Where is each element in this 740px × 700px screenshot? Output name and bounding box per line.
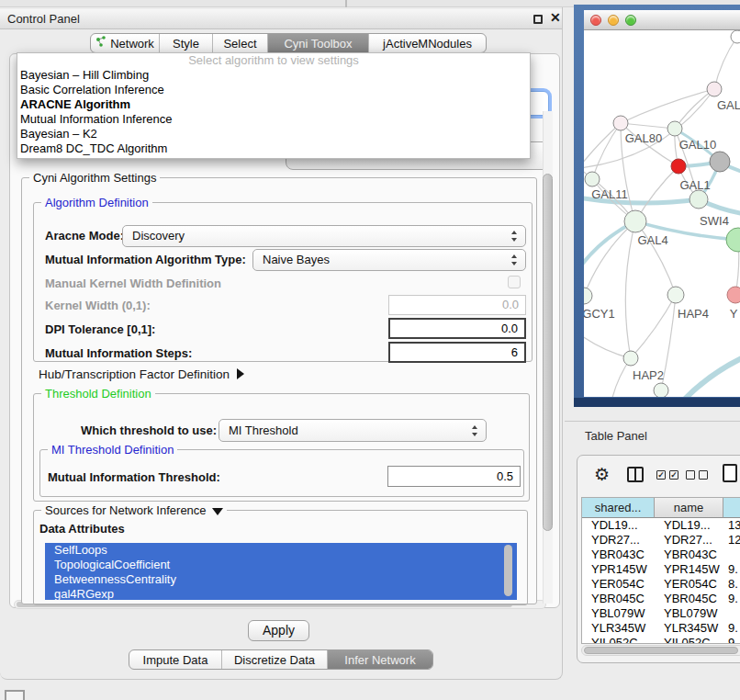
threshold-definition-group: Threshold Definition Which threshold to … [33,393,530,502]
mi-steps-field[interactable]: 6 [388,342,526,363]
table-hscrollbar-thumb[interactable] [584,647,738,654]
zoom-light-icon[interactable] [625,15,636,26]
table-hscrollbar-track[interactable] [581,645,740,656]
network-node-node-gray[interactable] [710,152,730,172]
sources-title-text: Sources for Network Inference [45,503,207,517]
algorithm-option[interactable]: Bayesian – K2 [17,127,530,141]
table-row[interactable]: YDL19...YDL19...13 [582,518,740,533]
table-cell: YDL19... [655,518,723,533]
network-node-node-salmon[interactable] [727,287,740,303]
network-edge[interactable] [584,333,631,358]
tab-select[interactable]: Select [212,34,267,52]
mi-threshold-field[interactable]: 0.5 [387,466,521,487]
float-window-icon[interactable] [533,15,543,24]
attribute-list-scrollbar[interactable] [504,545,512,596]
algorithm-option[interactable]: Mutual Information Inference [17,112,530,127]
algorithm-option[interactable]: Bayesian – Hill Climbing [17,68,530,83]
document-icon[interactable] [723,464,737,482]
algorithm-option[interactable]: ARACNE Algorithm [17,97,530,112]
table-row[interactable]: YBR043CYBR043C [582,548,740,562]
attribute-item[interactable]: gal4RGexp [45,587,517,600]
hub-section-toggle[interactable]: Hub/Transcription Factor Definition [39,367,244,381]
tab-jactivemnodules[interactable]: jActiveMNodules [368,34,486,52]
mi-threshold-group: MI Threshold Definition Mutual Informati… [39,449,524,497]
column-header[interactable]: shared... [582,498,655,518]
network-canvas[interactable]: GAL2GAL80GAL10GAL1GAL11SWI4GAL4GCY1HAP4Y… [584,30,740,397]
network-edge[interactable] [621,123,675,129]
close-light-icon[interactable] [590,15,601,26]
vertical-scrollbar-thumb[interactable] [543,174,553,531]
tab-style[interactable]: Style [159,34,212,52]
table-row[interactable]: YER054CYER054C8. [582,577,740,592]
dpi-tolerance-field[interactable]: 0.0 [388,318,526,339]
apply-button[interactable]: Apply [248,620,309,641]
tab-cyni-toolbox[interactable]: Cyni Toolbox [267,34,368,52]
network-node-GAL11[interactable] [585,172,600,186]
gear-icon[interactable]: ⚙ [594,464,610,485]
columns-icon[interactable] [627,467,644,482]
network-node-GAL4[interactable] [624,210,646,232]
network-node-HAP2[interactable] [623,351,638,366]
network-edge[interactable] [625,221,635,358]
subtab-infer-network[interactable]: Infer Network [327,650,432,669]
network-node-GAL10[interactable] [667,121,682,136]
manual-kernel-checkbox[interactable] [508,276,521,288]
table-row[interactable]: YPR145WYPR145W9. [582,562,740,577]
algorithm-option[interactable]: Dream8 DC_TDC Algorithm [17,141,530,156]
node-label: HAP2 [633,368,664,382]
network-window[interactable]: GAL2GAL80GAL10GAL1GAL11SWI4GAL4GCY1HAP4Y… [574,5,740,407]
network-edge[interactable] [584,89,714,168]
network-window-titlebar [584,10,740,30]
network-node-GAL80[interactable] [613,116,628,130]
attribute-item[interactable]: BetweennessCentrality [45,572,517,587]
mi-algorithm-type-combo[interactable]: Naive Bayes [252,249,526,271]
subtab-label: Infer Network [344,653,415,667]
table-row[interactable]: YIL052CYIL052C9 [582,636,740,644]
network-node-GCY1[interactable] [584,288,592,304]
attribute-item[interactable]: SelfLoops [45,543,517,558]
network-node-node-bottom[interactable] [654,383,668,397]
column-header[interactable] [723,498,740,518]
table-cell: 9. [723,562,740,577]
network-node-GAL1[interactable] [671,159,686,174]
checked-box-icon[interactable]: ✓ [669,470,678,480]
table-cell: YER054C [582,577,655,592]
network-edge[interactable] [635,221,676,295]
kernel-width-field[interactable]: 0.0 [388,295,526,315]
unchecked-box-icon[interactable] [699,470,708,480]
aracne-mode-value: Discovery [132,229,185,243]
node-label: GAL11 [591,187,628,201]
table-row[interactable]: YLR345WYLR345W9. [582,621,740,636]
minimize-light-icon[interactable] [608,15,619,26]
close-icon[interactable]: ✕ [550,10,561,25]
tab-label: Cyni Toolbox [284,37,352,51]
network-node-node-top[interactable] [731,30,740,43]
network-node-SWI4[interactable] [690,190,708,209]
network-edge[interactable] [592,123,621,179]
unchecked-box-icon[interactable] [686,470,695,480]
which-threshold-combo[interactable]: MI Threshold [219,419,487,442]
column-header[interactable]: name [655,498,723,518]
aracne-mode-combo[interactable]: Discovery [122,225,526,247]
network-node-GAL2[interactable] [707,82,722,96]
table-row[interactable]: YBL079WYBL079W [582,606,740,621]
tab-label: jActiveMNodules [383,37,472,51]
sources-group-title[interactable]: Sources for Network Inference [41,503,227,517]
which-threshold-value: MI Threshold [229,423,298,437]
checked-box-icon[interactable]: ✓ [656,470,666,480]
network-node-HAP4[interactable] [667,287,684,303]
table-row[interactable]: YDR27...YDR27...12 [582,533,740,548]
network-edge[interactable] [676,356,740,397]
network-graph[interactable]: GAL2GAL80GAL10GAL1GAL11SWI4GAL4GCY1HAP4Y… [584,30,740,397]
table-row[interactable]: YBR045CYBR045C9. [582,592,740,606]
network-edge[interactable] [584,221,635,296]
network-node-node-green[interactable] [726,228,740,252]
subtab-impute-data[interactable]: Impute Data [129,650,221,669]
tab-network[interactable]: Network [91,34,159,52]
attribute-item[interactable]: TopologicalCoefficient [45,558,517,572]
subtab-discretize-data[interactable]: Discretize Data [221,650,327,669]
algorithm-option[interactable]: Basic Correlation Inference [17,83,530,97]
data-attributes-list[interactable]: SelfLoopsTopologicalCoefficientBetweenne… [45,543,517,600]
corner-widget-partial[interactable] [5,690,25,700]
network-edge[interactable] [714,37,737,89]
